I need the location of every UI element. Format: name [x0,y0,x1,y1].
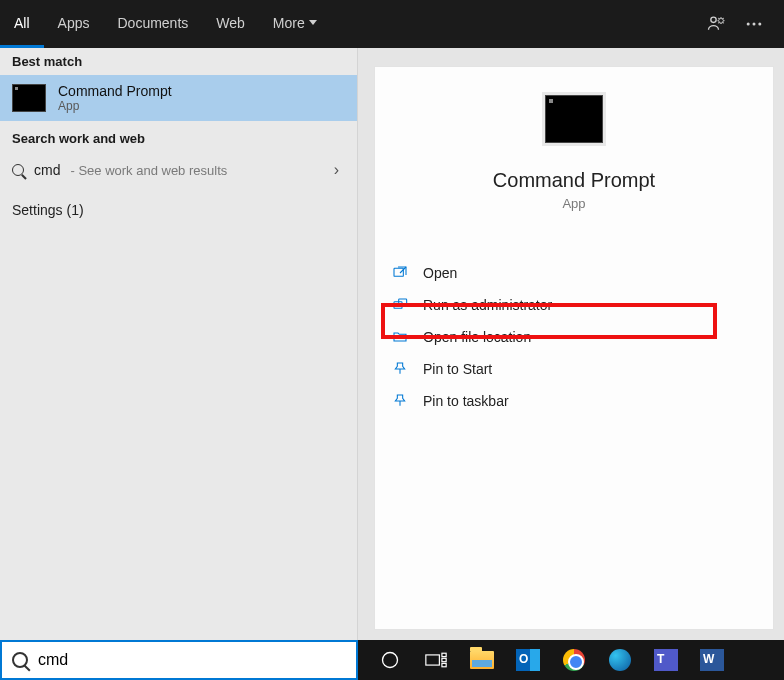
action-open-label: Open [423,265,457,281]
word-icon[interactable] [690,640,734,680]
web-query: cmd [34,162,60,178]
svg-rect-8 [426,655,440,665]
feedback-icon[interactable] [706,14,726,34]
action-pin-to-taskbar-label: Pin to taskbar [423,393,509,409]
taskbar-search-box[interactable] [0,640,358,680]
web-hint: - See work and web results [70,163,227,178]
search-input[interactable] [38,651,346,669]
svg-point-2 [753,23,756,26]
search-scope-tabs: All Apps Documents Web More [0,0,784,48]
more-options-icon[interactable] [744,14,764,34]
outlook-icon[interactable] [506,640,550,680]
preview-app-icon [545,95,603,143]
tab-apps[interactable]: Apps [44,0,104,48]
svg-rect-9 [442,653,446,656]
search-icon [12,652,28,668]
web-search-cmd[interactable]: cmd - See work and web results › [0,152,357,188]
edge-icon[interactable] [598,640,642,680]
svg-rect-4 [394,268,403,276]
open-icon [391,265,409,281]
svg-rect-10 [442,658,446,661]
search-icon [12,164,24,176]
svg-point-7 [383,653,398,668]
command-prompt-icon [12,84,46,112]
tab-all[interactable]: All [0,0,44,48]
chrome-icon[interactable] [552,640,596,680]
preview-panel: Command Prompt App Open Run as administr… [358,48,784,640]
svg-point-1 [747,23,750,26]
action-pin-to-start-label: Pin to Start [423,361,492,377]
preview-subtype: App [375,196,773,211]
tab-web[interactable]: Web [202,0,259,48]
pin-start-icon [391,361,409,377]
tab-more[interactable]: More [259,0,331,48]
chevron-right-icon: › [334,161,339,179]
teams-icon[interactable] [644,640,688,680]
preview-title: Command Prompt [375,169,773,192]
results-panel: Best match Command Prompt App Search wor… [0,48,358,640]
annotation-highlight [381,303,717,339]
taskbar [0,640,784,680]
tab-more-label: More [273,15,305,31]
action-pin-to-taskbar[interactable]: Pin to taskbar [375,385,773,417]
chevron-down-icon [309,20,317,25]
svg-point-0 [711,17,716,22]
settings-results[interactable]: Settings (1) [0,188,357,232]
svg-rect-11 [442,663,446,666]
tab-documents[interactable]: Documents [103,0,202,48]
file-explorer-icon[interactable] [460,640,504,680]
action-pin-to-start[interactable]: Pin to Start [375,353,773,385]
result-subtype: App [58,99,172,113]
pin-taskbar-icon [391,393,409,409]
result-command-prompt[interactable]: Command Prompt App [0,75,357,121]
task-view-icon[interactable] [414,640,458,680]
svg-point-3 [758,23,761,26]
search-work-web-header: Search work and web [0,121,357,152]
action-open[interactable]: Open [375,257,773,289]
result-title: Command Prompt [58,83,172,99]
best-match-header: Best match [0,48,357,75]
cortana-icon[interactable] [368,640,412,680]
